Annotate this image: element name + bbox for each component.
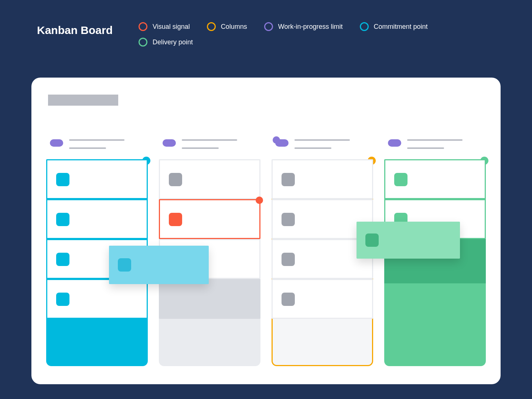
wip-limit-dot-icon	[273, 136, 280, 144]
card-icon	[282, 213, 295, 226]
card-icon	[118, 258, 131, 272]
column-title-line	[69, 139, 125, 141]
column-subtitle-line	[69, 147, 106, 149]
card-icon	[365, 233, 379, 247]
wip-limit-pill	[388, 139, 401, 147]
kanban-card-visual-signal[interactable]	[159, 199, 260, 239]
column-header	[163, 139, 260, 153]
column-title-line	[182, 139, 237, 141]
legend-label: Columns	[221, 23, 247, 30]
kanban-card[interactable]	[46, 159, 148, 199]
kanban-card[interactable]	[272, 279, 373, 319]
board-title-placeholder	[48, 95, 118, 106]
column-title-line	[407, 139, 463, 141]
kanban-card[interactable]	[159, 159, 260, 199]
legend-label: Commitment point	[374, 23, 428, 30]
column-header	[388, 139, 486, 153]
card-icon	[282, 293, 295, 306]
visual-signal-dot-icon	[256, 197, 263, 204]
legend-visual-signal: Visual signal	[139, 22, 190, 31]
page-title: Kanban Board	[37, 22, 113, 37]
kanban-card[interactable]	[272, 159, 373, 199]
dragging-card-green[interactable]	[357, 222, 460, 259]
column-subtitle-line	[294, 147, 331, 149]
legend-dot-visual-signal-icon	[139, 22, 147, 31]
wip-limit-pill	[163, 139, 176, 147]
legend-columns: Columns	[207, 22, 247, 31]
card-icon	[169, 213, 182, 226]
card-icon	[282, 173, 295, 186]
kanban-card[interactable]	[46, 279, 148, 319]
card-icon	[56, 253, 69, 266]
dragging-card-blue[interactable]	[109, 246, 209, 284]
board-panel	[31, 78, 501, 384]
column-subtitle-line	[182, 147, 219, 149]
kanban-card[interactable]	[384, 159, 486, 199]
legend-label: Work-in-progress limit	[278, 23, 343, 30]
card-icon	[282, 253, 295, 266]
card-icon	[56, 173, 69, 186]
column-title-line	[294, 139, 350, 141]
card-icon	[56, 213, 69, 226]
legend-label: Visual signal	[153, 23, 190, 30]
column-header	[50, 139, 148, 153]
column-body	[384, 159, 486, 366]
legend-wip-limit: Work-in-progress limit	[264, 22, 343, 31]
legend-dot-commitment-icon	[360, 22, 369, 31]
legend-dot-columns-icon	[207, 22, 216, 31]
legend: Visual signal Columns Work-in-progress l…	[139, 22, 441, 47]
column-header	[275, 139, 373, 153]
legend-delivery: Delivery point	[139, 38, 193, 47]
column-subtitle-line	[407, 147, 444, 149]
legend-commitment: Commitment point	[360, 22, 428, 31]
kanban-card[interactable]	[46, 199, 148, 239]
header: Kanban Board Visual signal Columns Work-…	[0, 0, 532, 47]
legend-label: Delivery point	[153, 39, 193, 45]
wip-limit-pill	[50, 139, 63, 147]
column-body	[272, 159, 373, 366]
card-icon	[169, 173, 182, 186]
legend-dot-delivery-icon	[139, 38, 147, 47]
legend-dot-wip-icon	[264, 22, 273, 31]
drop-zone	[159, 279, 260, 319]
card-icon	[394, 173, 407, 186]
card-icon	[56, 293, 69, 306]
